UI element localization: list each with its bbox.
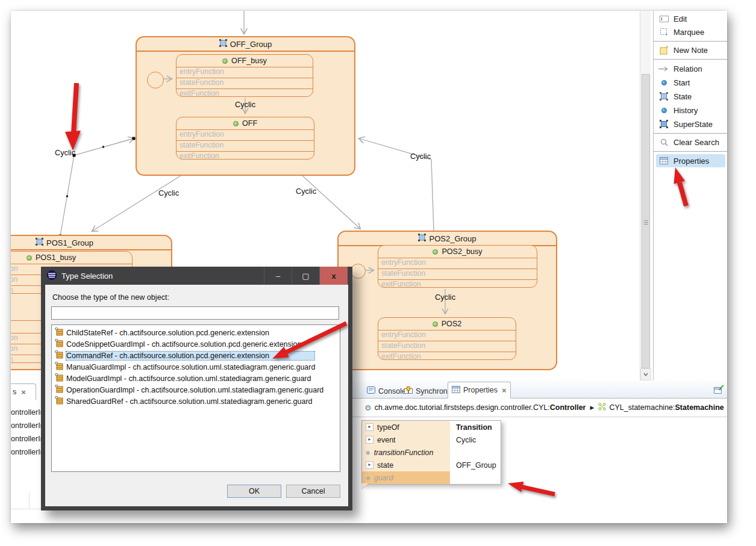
svg-text:+: + bbox=[665, 32, 668, 37]
palette-item-marquee[interactable]: + Marquee bbox=[656, 25, 725, 39]
palette-item-superstate[interactable]: SuperState bbox=[656, 117, 725, 131]
pos2-group-title: POS2_Group bbox=[339, 232, 556, 246]
list-item-commandref-selected[interactable]: CommandRef - ch.actifsource.solution.pcd… bbox=[52, 350, 340, 361]
chevron-down-icon bbox=[642, 371, 650, 377]
transition-off-to-pos2[interactable] bbox=[301, 175, 360, 229]
transition-off-to-pos1[interactable] bbox=[92, 175, 183, 231]
table-row[interactable]: ▸state OFF_Group bbox=[362, 459, 501, 471]
entry-function-row[interactable]: entryFunction bbox=[177, 67, 313, 78]
exit-function-row[interactable]: exitFunction bbox=[378, 279, 537, 288]
list-item-manualguardimpl[interactable]: ManualGuardImpl - ch.actifsource.solutio… bbox=[52, 361, 340, 373]
tab-properties[interactable]: Properties × bbox=[448, 382, 511, 399]
entry-function-row[interactable]: entryFunction bbox=[177, 129, 314, 140]
palette-item-state[interactable]: State bbox=[656, 90, 725, 103]
palette-item-clear-search[interactable]: Clear Search bbox=[656, 135, 725, 149]
table-corner-fold bbox=[361, 483, 370, 489]
initial-state-pos2-group[interactable] bbox=[351, 264, 366, 279]
transition-label-cyclic[interactable]: Cyclic bbox=[402, 152, 439, 161]
initial-state-off-group[interactable] bbox=[147, 72, 164, 88]
class-icon bbox=[55, 327, 63, 338]
transition-label-cyclic[interactable]: Cyclic bbox=[288, 187, 324, 196]
state-off-busy[interactable]: OFF_busy entryFunction stateFunction exi… bbox=[176, 54, 313, 97]
list-item[interactable]: ontrollerIn bbox=[11, 435, 45, 443]
state-function-row[interactable]: stateFunction bbox=[378, 268, 537, 279]
superstate-off-group[interactable]: OFF_Group OFF_busy entryFunction stateFu… bbox=[136, 36, 355, 176]
expander-icon[interactable]: ▸ bbox=[366, 436, 373, 444]
palette-item-history[interactable]: History bbox=[656, 104, 725, 117]
list-item[interactable]: ontrollerIn bbox=[11, 408, 45, 417]
expander-icon[interactable]: ▸ bbox=[366, 461, 373, 469]
state-pos2[interactable]: POS2 entryFunction stateFunction exitFun… bbox=[378, 317, 516, 360]
entry-function-row[interactable]: entryFunction bbox=[378, 330, 516, 341]
type-list: ChildStateRef - ch.actifsource.solution.… bbox=[51, 324, 340, 472]
ok-button[interactable]: OK bbox=[227, 485, 281, 498]
transition-label-cyclic[interactable]: Cyclic bbox=[427, 293, 463, 302]
palette-item-relation[interactable]: Relation bbox=[656, 62, 725, 75]
transition-label-cyclic[interactable]: Cyclic bbox=[47, 148, 83, 157]
view-menu-icon[interactable] bbox=[714, 385, 724, 396]
left-view-tab[interactable]: s × bbox=[11, 383, 36, 400]
statemachine-icon bbox=[598, 403, 606, 412]
list-item[interactable]: ontrollerIn bbox=[11, 448, 45, 456]
class-icon bbox=[55, 373, 63, 383]
exit-function-row[interactable]: exitFunction bbox=[378, 352, 516, 360]
state-function-row[interactable]: stateFunction bbox=[378, 341, 516, 352]
state-off[interactable]: OFF entryFunction stateFunction exitFunc… bbox=[176, 117, 314, 160]
table-row[interactable]: ▸event Cyclic bbox=[362, 433, 501, 446]
close-icon[interactable]: × bbox=[502, 386, 507, 395]
cancel-button[interactable]: Cancel bbox=[286, 485, 340, 498]
entry-function-row[interactable]: entryFunction bbox=[378, 258, 537, 268]
superstate-pos2-group[interactable]: POS2_Group POS2_busy entryFunction state… bbox=[337, 231, 557, 370]
type-filter-input[interactable] bbox=[51, 306, 339, 320]
properties-table-icon bbox=[452, 386, 460, 395]
close-icon[interactable]: × bbox=[21, 388, 26, 397]
breadcrumb-segment[interactable]: CYL_statemachine:Statemachine bbox=[609, 403, 723, 412]
table-row-guard[interactable]: ◆guard bbox=[362, 471, 501, 484]
view-tab-bar: Console Synchronize Properties × bbox=[352, 380, 727, 399]
breadcrumb-segment[interactable]: ch.avme.doc.tutorial.firststeps.design.c… bbox=[375, 403, 586, 412]
minimize-button[interactable]: – bbox=[264, 267, 292, 285]
class-icon bbox=[55, 396, 63, 406]
state-function-row[interactable]: stateFunction bbox=[177, 140, 314, 151]
list-item-operationguardimpl[interactable]: OperationGuardImpl - ch.actifsource.solu… bbox=[52, 384, 340, 396]
scrollbar-down-button[interactable] bbox=[640, 368, 651, 380]
exit-function-row[interactable]: exitFunction bbox=[177, 151, 314, 160]
expander-icon[interactable]: ▸ bbox=[366, 423, 373, 431]
state-icon bbox=[658, 92, 669, 101]
table-row[interactable]: ▸typeOf Transition bbox=[362, 421, 501, 433]
breadcrumb-separator-icon[interactable]: ▶ bbox=[590, 405, 595, 411]
list-item[interactable]: ontrollerIn bbox=[11, 421, 45, 430]
diamond-icon: ◆ bbox=[366, 474, 370, 481]
controller-gear-icon: ⚙ bbox=[364, 403, 372, 412]
history-icon bbox=[658, 107, 669, 114]
palette-item-properties[interactable]: Properties bbox=[656, 154, 725, 167]
palette-item-start[interactable]: Start bbox=[656, 76, 725, 89]
start-icon bbox=[658, 79, 669, 86]
state-function-row[interactable]: stateFunction bbox=[177, 78, 313, 88]
vertical-scrollbar[interactable] bbox=[640, 11, 651, 380]
transition-label-cyclic[interactable]: Cyclic bbox=[151, 188, 187, 197]
table-row[interactable]: ◆transitionFunction bbox=[362, 446, 501, 459]
marquee-icon: + bbox=[658, 28, 669, 36]
transition-label-cyclic[interactable]: Cyclic bbox=[227, 100, 263, 109]
annotation-arrow-properties bbox=[663, 166, 696, 211]
group-title-label: POS2_Group bbox=[429, 234, 476, 243]
application-window: OFF_Group OFF_busy entryFunction stateFu… bbox=[11, 11, 727, 523]
eclipse-icon bbox=[47, 270, 57, 282]
list-item-childstateref[interactable]: ChildStateRef - ch.actifsource.solution.… bbox=[52, 327, 340, 338]
group-title-label: POS1_Group bbox=[46, 238, 93, 247]
close-button[interactable]: x bbox=[319, 267, 348, 285]
pos1-group-title: POS1_Group bbox=[11, 236, 171, 250]
list-item-sharedguardref[interactable]: SharedGuardRef - ch.actifsource.solution… bbox=[52, 396, 340, 407]
palette-item-edit[interactable]: Edit bbox=[656, 12, 725, 25]
palette-item-new-note[interactable]: New Note bbox=[656, 43, 725, 57]
class-icon bbox=[55, 339, 63, 349]
state-title: POS1_busy bbox=[36, 253, 76, 262]
scrollbar-thumb[interactable] bbox=[642, 74, 650, 368]
state-pos2-busy[interactable]: POS2_busy entryFunction stateFunction ex… bbox=[378, 245, 537, 288]
exit-function-row[interactable]: exitFunction bbox=[177, 88, 313, 97]
maximize-button[interactable]: ▢ bbox=[292, 267, 319, 285]
transition-properties-table: ▸typeOf Transition ▸event Cyclic ◆transi… bbox=[361, 420, 501, 485]
list-item-codesnippetguardimpl[interactable]: CodeSnippetGuardImpl - ch.actifsource.so… bbox=[52, 338, 340, 350]
list-item-modelguardimpl[interactable]: ModelGuardImpl - ch.actifsource.solution… bbox=[52, 373, 340, 384]
